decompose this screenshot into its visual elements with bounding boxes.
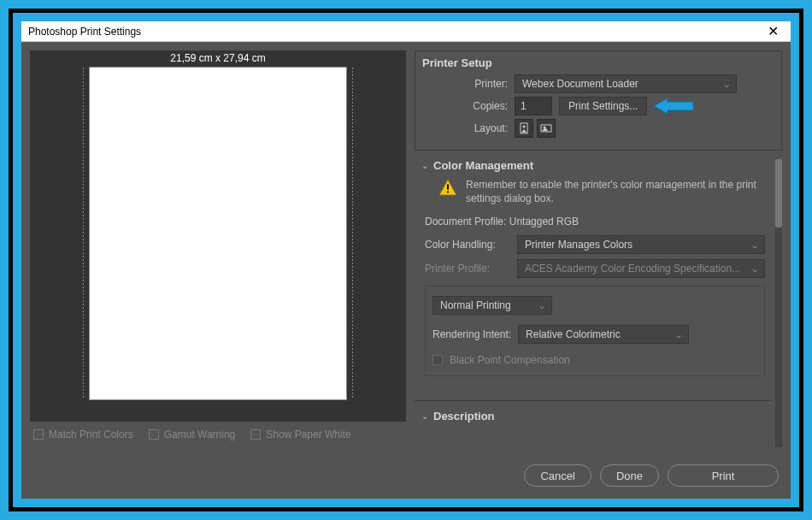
warning-icon bbox=[438, 179, 457, 198]
description-toggle[interactable]: ⌄ Description bbox=[421, 410, 765, 422]
rendering-intent-label: Rendering Intent: bbox=[432, 328, 511, 340]
preview-page bbox=[90, 68, 346, 399]
preview-dimensions: 21,59 cm x 27,94 cm bbox=[170, 50, 265, 66]
copies-label: Copies: bbox=[456, 100, 508, 112]
color-management-toggle[interactable]: ⌄ Color Management bbox=[421, 159, 765, 172]
printing-mode-select[interactable]: Normal Printing ⌵ bbox=[432, 296, 552, 315]
close-icon[interactable]: ✕ bbox=[762, 23, 784, 39]
copies-input[interactable] bbox=[515, 97, 552, 115]
document-profile: Document Profile: Untagged RGB bbox=[421, 212, 765, 233]
svg-marker-0 bbox=[654, 98, 693, 114]
printer-setup-panel: Printer Setup Printer: Webex Document Lo… bbox=[415, 50, 782, 151]
printer-setup-title: Printer Setup bbox=[422, 56, 774, 69]
color-management-warning: Remember to enable the printer's color m… bbox=[466, 179, 765, 205]
rendering-intent-select[interactable]: Relative Colorimetric ⌵ bbox=[518, 325, 689, 344]
printer-profile-select: ACES Academy Color Encoding Specificatio… bbox=[517, 259, 765, 278]
check-match-print-colors: Match Print Colors bbox=[33, 428, 133, 440]
layout-landscape-button[interactable] bbox=[537, 119, 556, 138]
arrow-hint-icon bbox=[654, 97, 693, 115]
scrollbar-track[interactable] bbox=[775, 159, 782, 447]
checkbox-icon bbox=[33, 429, 44, 440]
checkbox-icon bbox=[432, 355, 443, 365]
color-handling-label: Color Handling: bbox=[425, 239, 510, 251]
checkbox-icon bbox=[250, 429, 261, 440]
color-handling-select[interactable]: Printer Manages Colors ⌵ bbox=[517, 235, 765, 254]
black-point-compensation-label: Black Point Compensation bbox=[450, 354, 570, 366]
printing-sub-panel: Normal Printing ⌵ Rendering Intent: Rela… bbox=[425, 286, 765, 376]
layout-label: Layout: bbox=[456, 122, 508, 134]
cancel-button[interactable]: Cancel bbox=[524, 464, 591, 487]
print-button[interactable]: Print bbox=[668, 464, 779, 487]
description-panel: ⌄ Description bbox=[415, 400, 772, 434]
print-settings-button[interactable]: Print Settings... bbox=[559, 97, 647, 115]
print-preview: 21,59 cm x 27,94 cm bbox=[30, 50, 406, 422]
scrollbar-thumb[interactable] bbox=[775, 159, 782, 228]
svg-rect-6 bbox=[447, 184, 449, 189]
chevron-down-icon: ⌵ bbox=[752, 264, 757, 274]
printer-profile-label: Printer Profile: bbox=[425, 263, 510, 275]
layout-portrait-button[interactable] bbox=[515, 119, 533, 138]
chevron-down-icon: ⌵ bbox=[539, 301, 544, 310]
check-show-paper-white: Show Paper White bbox=[250, 428, 350, 440]
color-management-panel: ⌄ Color Management Remember to enable th… bbox=[415, 159, 772, 385]
svg-point-2 bbox=[523, 126, 526, 128]
printer-select[interactable]: Webex Document Loader ⌵ bbox=[515, 74, 737, 93]
chevron-down-icon: ⌄ bbox=[421, 161, 428, 170]
check-gamut-warning: Gamut Warning bbox=[149, 428, 236, 440]
chevron-down-icon: ⌵ bbox=[676, 330, 681, 340]
chevron-down-icon: ⌄ bbox=[421, 411, 428, 421]
print-settings-dialog: Photoshop Print Settings ✕ 21,59 cm x 27… bbox=[21, 21, 791, 499]
done-button[interactable]: Done bbox=[600, 464, 659, 487]
chevron-down-icon: ⌵ bbox=[724, 80, 729, 89]
printer-label: Printer: bbox=[456, 78, 508, 90]
checkbox-icon bbox=[149, 429, 159, 440]
chevron-down-icon: ⌵ bbox=[752, 240, 757, 250]
window-title: Photoshop Print Settings bbox=[28, 26, 141, 38]
svg-rect-7 bbox=[447, 192, 449, 193]
